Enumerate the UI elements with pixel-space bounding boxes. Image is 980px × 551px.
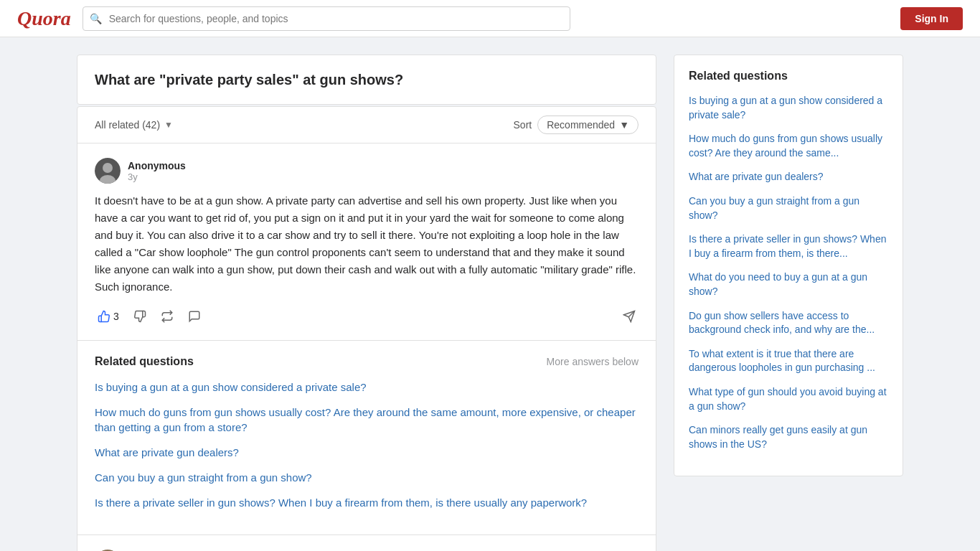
sidebar-link-9[interactable]: What type of gun should you avoid buying… [689,385,888,413]
related-link-3[interactable]: What are private gun dealers? [95,445,639,460]
sidebar-link-7[interactable]: Do gun show sellers have access to backg… [689,309,888,337]
comment-button[interactable] [185,307,204,326]
question-title-card: What are "private party sales" at gun sh… [77,55,656,105]
sidebar-link-1[interactable]: Is buying a gun at a gun show considered… [689,94,888,122]
right-sidebar: Related questions Is buying a gun at a g… [674,55,903,551]
left-content: What are "private party sales" at gun sh… [77,55,656,551]
answer-text: It doesn't have to be at a gun show. A p… [95,192,639,296]
header: Quora 🔍 Sign In [0,0,980,37]
sidebar-link-6[interactable]: What do you need to buy a gun at a gun s… [689,270,888,298]
downvote-icon [133,310,146,323]
quora-logo[interactable]: Quora [17,7,71,30]
share-button[interactable] [158,307,176,326]
search-icon: 🔍 [90,13,102,24]
sign-in-button[interactable]: Sign In [900,7,963,30]
comment-icon [188,310,201,323]
sidebar-link-2[interactable]: How much do guns from gun shows usually … [689,132,888,160]
avatar-image [95,158,121,184]
search-input[interactable] [83,6,570,31]
related-link-1[interactable]: Is buying a gun at a gun show considered… [95,380,639,395]
related-inline: Related questions More answers below Is … [77,341,656,535]
related-link-4[interactable]: Can you buy a gun straight from a gun sh… [95,470,639,485]
answers-toolbar: All related (42) ▼ Sort Recommended ▼ [77,107,656,143]
related-inline-header: Related questions More answers below [95,355,639,368]
related-link-2[interactable]: How much do guns from gun shows usually … [95,405,639,435]
question-title: What are "private party sales" at gun sh… [95,70,639,90]
reshare-icon [161,310,174,323]
sidebar-card: Related questions Is buying a gun at a g… [674,55,903,476]
author-info: Anonymous 3y [128,160,186,182]
related-link-5[interactable]: Is there a private seller in gun shows? … [95,495,639,510]
chevron-down-icon: ▼ [164,120,173,130]
sort-value: Recommended [547,119,615,131]
author-time: 3y [128,171,186,182]
second-answer-preview: Matthew Park Moore [77,535,656,551]
answer-item: Anonymous 3y It doesn't have to be at a … [77,143,656,341]
answer-actions: 3 [95,307,639,326]
upvote-count: 3 [113,311,119,322]
upvote-button[interactable]: 3 [95,307,122,326]
sort-chevron-icon: ▼ [619,119,629,131]
sidebar-link-8[interactable]: To what extent is it true that there are… [689,347,888,375]
avatar [95,158,121,184]
sidebar-link-4[interactable]: Can you buy a gun straight from a gun sh… [689,194,888,222]
sidebar-link-5[interactable]: Is there a private seller in gun shows? … [689,232,888,260]
sort-area: Sort Recommended ▼ [514,116,639,134]
sort-dropdown[interactable]: Recommended ▼ [537,116,639,134]
author-name: Anonymous [128,160,186,171]
sidebar-related-title: Related questions [689,70,888,83]
answer-header: Anonymous 3y [95,158,639,184]
upvote-icon [98,310,110,323]
sidebar-link-10[interactable]: Can minors really get guns easily at gun… [689,423,888,451]
main-layout: What are "private party sales" at gun sh… [60,55,920,551]
more-options-button[interactable] [620,307,639,326]
search-bar: 🔍 [83,6,570,31]
share-arrow-icon [623,310,636,323]
answers-section: All related (42) ▼ Sort Recommended ▼ [77,106,656,551]
sort-label: Sort [514,119,532,131]
downvote-button[interactable] [131,307,149,326]
all-related-filter[interactable]: All related (42) ▼ [95,119,173,131]
header-right: Sign In [900,7,963,30]
svg-point-1 [103,163,113,173]
related-inline-title: Related questions [95,355,194,368]
all-related-label: All related (42) [95,119,160,131]
sidebar-link-3[interactable]: What are private gun dealers? [689,170,888,184]
more-answers-below: More answers below [547,356,639,367]
